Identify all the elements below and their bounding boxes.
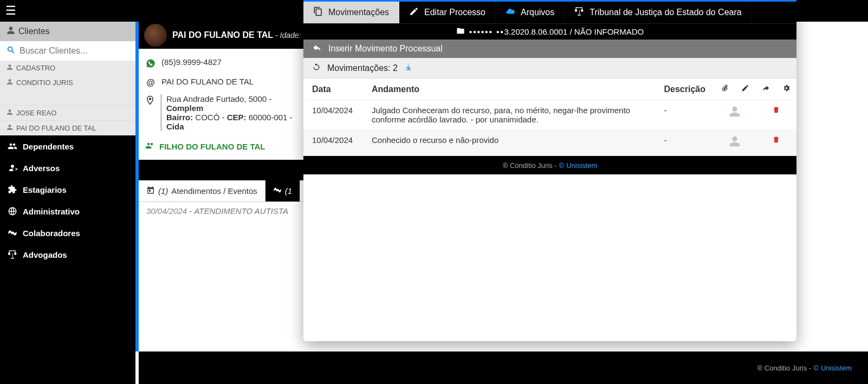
cadastro-label: CADASTRO [16, 64, 55, 72]
at-text: PAI DO FULANO DE TAL [161, 77, 254, 86]
nav-label: Adversos [23, 164, 60, 173]
nav-label: Estagiarios [23, 185, 67, 194]
conditio-row[interactable]: CONDITIO JURIS [0, 75, 135, 90]
client-label: JOSE REAO [16, 109, 56, 117]
phone-text: (85)9.9999-4827 [161, 57, 222, 67]
pin-icon [145, 95, 155, 107]
cloud-icon [506, 6, 515, 18]
balance-icon [574, 6, 584, 18]
refresh-icon[interactable] [312, 63, 321, 74]
calendar-icon [146, 186, 155, 196]
download-icon[interactable] [404, 63, 413, 74]
nav-list: Dependentes Adversos Estagiarios Adminis… [0, 135, 135, 384]
footer-link[interactable]: Unisistem [566, 161, 597, 170]
count-value: 2 [393, 63, 398, 73]
client-age: - Idade: 1 [273, 31, 303, 40]
cell-desc: - [656, 130, 715, 156]
ptab-label: Editar Processo [424, 8, 485, 17]
trash-icon [772, 136, 780, 145]
sidebar-title: Clientes [18, 27, 50, 36]
client-row-jose[interactable]: JOSE REAO [0, 105, 135, 120]
conditio-label: CONDITIO JURIS [16, 79, 73, 87]
client-label: PAI DO FULANO DE TAL [16, 124, 96, 132]
client-detail: PAI DO FULANO DE TAL - Idade: 1 (85)9.99… [139, 22, 303, 352]
insert-label: Inserir Movimento Processual [328, 44, 443, 54]
trash-icon [772, 106, 780, 115]
cell-delete[interactable] [755, 100, 796, 130]
user-icon [7, 26, 15, 37]
cell-date: 10/04/2024 [303, 130, 363, 156]
user-x-icon [8, 163, 17, 173]
ptab-tribunal[interactable]: Tribunal de Justiça do Estado do Ceara [565, 2, 752, 23]
ptab-arquivos[interactable]: Arquivos [496, 2, 565, 23]
whatsapp-icon [145, 58, 156, 70]
th-descricao: Descrição [656, 79, 715, 100]
page-footer: ® Conditio Juris - © Unisistem [139, 352, 868, 384]
th-share[interactable] [755, 79, 776, 100]
copyright-icon: © [559, 161, 565, 170]
event-row[interactable]: 30/04/2024 - ATENDIMENTO AUTISTA [139, 202, 303, 220]
nav-adversos[interactable]: Adversos [0, 157, 135, 179]
search-icon [7, 45, 15, 56]
person-icon [729, 108, 741, 120]
count-label: Movimentações: [327, 63, 393, 73]
person-icon [729, 138, 741, 149]
th-settings[interactable] [776, 79, 796, 100]
edit-icon [409, 6, 419, 18]
nav-label: Administrativo [23, 207, 80, 216]
search-input[interactable] [20, 46, 129, 56]
phone-row[interactable]: (85)9.9999-4827 [145, 54, 297, 74]
filho-row[interactable]: FILHO DO FULANO DE TAL [139, 136, 303, 160]
users-icon [145, 141, 155, 152]
hamburger-icon[interactable]: ☰ [5, 4, 16, 18]
ptab-editar[interactable]: Editar Processo [399, 2, 496, 23]
ptab-movimentacoes[interactable]: Movimentações [303, 2, 399, 23]
copyright-icon: © [813, 364, 819, 372]
cell-date: 10/04/2024 [303, 100, 363, 130]
tab-atendimentos[interactable]: (1) Atendimentos / Eventos [139, 180, 265, 201]
balance-icon [8, 250, 17, 259]
user-icon [7, 64, 13, 72]
cell-user [714, 130, 755, 156]
reply-icon[interactable] [312, 43, 322, 55]
sidebar-header[interactable]: Clientes [0, 22, 135, 41]
svg-line-1 [12, 51, 14, 53]
nav-administrativo[interactable]: Administrativo [0, 200, 135, 222]
th-edit[interactable] [735, 79, 755, 100]
footer-link[interactable]: Unisistem [821, 364, 852, 372]
tab-label: Atendimentos / Eventos [171, 186, 257, 196]
event-date: 30/04/2024 [146, 206, 187, 216]
cell-delete[interactable] [755, 130, 796, 156]
nav-advogados[interactable]: Advogados [0, 244, 135, 265]
table-row[interactable]: 10/04/2024 Conhecido o recurso e não-pro… [303, 130, 796, 156]
case-number-suffix: 3.2020.8.06.0001 [504, 27, 568, 36]
client-header: PAI DO FULANO DE TAL - Idade: 1 [139, 22, 303, 49]
svg-point-2 [150, 98, 151, 100]
cell-text: Julgado Conheceram do recurso, para, no … [363, 100, 656, 130]
at-row: @ PAI DO FULANO DE TAL [145, 74, 297, 91]
nav-dependentes[interactable]: Dependentes [0, 135, 135, 157]
nav-label: Colaboradores [23, 229, 80, 238]
panel-footer: ® Conditio Juris - © Unisistem [303, 156, 796, 174]
handshake-icon [8, 228, 17, 238]
case-number-masked: ▪▪▪▪▪▪ ▪▪ [469, 27, 504, 36]
cadastro-header[interactable]: CADASTRO [0, 61, 135, 75]
th-attach[interactable] [714, 79, 735, 100]
handshake-icon [273, 186, 282, 196]
svg-point-0 [8, 47, 12, 51]
client-row-pai[interactable]: PAI DO FULANO DE TAL [0, 120, 135, 135]
share-icon [762, 84, 770, 92]
table-row[interactable]: 10/04/2024 Julgado Conheceram do recurso… [303, 100, 796, 130]
users-icon [8, 141, 17, 151]
filho-label: FILHO DO FULANO DE TAL [159, 142, 265, 151]
cell-text: Conhecido o recurso e não-provido [363, 130, 656, 156]
tab-secondary[interactable]: (1 [265, 180, 300, 201]
nav-estagiarios[interactable]: Estagiarios [0, 179, 135, 200]
nav-colaboradores[interactable]: Colaboradores [0, 222, 135, 244]
user-icon [7, 109, 13, 117]
insert-bar[interactable]: Inserir Movimento Processual [303, 40, 796, 58]
th-data: Data [303, 79, 363, 100]
ptab-label: Movimentações [328, 8, 389, 17]
search-row[interactable] [0, 41, 135, 61]
footer-text: ® Conditio Juris - [757, 364, 811, 372]
